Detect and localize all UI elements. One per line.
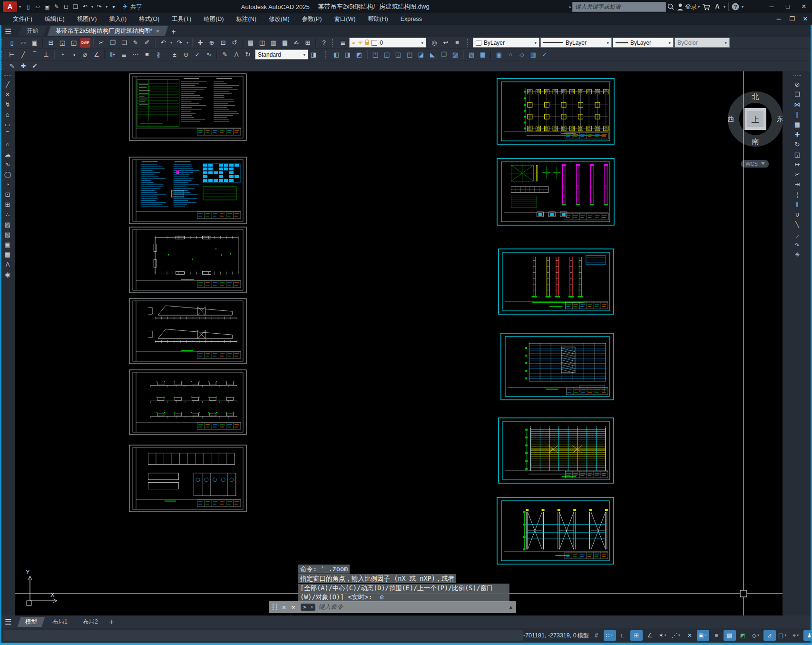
quickcalc-icon[interactable]: ⊞	[303, 38, 313, 48]
command-prompt-icon[interactable]: >_▾	[301, 604, 315, 611]
redo-dropdown-icon[interactable]: ▾	[186, 40, 189, 45]
save-as-icon[interactable]: ✎	[52, 2, 61, 11]
file-tabs-menu-icon[interactable]: ☰	[0, 27, 16, 36]
command-line[interactable]: ✕ ⚒ >_▾ 键入命令 ▲	[269, 601, 516, 613]
selection-cycling-toggle[interactable]: ◩	[737, 630, 749, 641]
plot-preview-icon[interactable]: ◲	[57, 38, 68, 48]
layout-tab-布局2[interactable]: 布局2	[75, 617, 106, 627]
cut-clip-icon[interactable]: ✂	[96, 38, 107, 48]
new-file-icon[interactable]: ▯	[24, 2, 32, 11]
plot-icon[interactable]: ⊟	[46, 38, 56, 48]
new-file-icon[interactable]: ▯	[7, 38, 17, 48]
ortho-mode-toggle[interactable]: ∠	[644, 630, 656, 641]
redo-icon[interactable]: ↷	[95, 2, 104, 11]
save-icon[interactable]: ▣	[43, 2, 51, 11]
qat-menu-icon[interactable]: ▾	[109, 2, 118, 11]
insert-block-icon[interactable]: ⊡	[2, 189, 13, 199]
dimension-style-manager-icon[interactable]: ◨	[308, 50, 319, 60]
break-icon[interactable]: ‖	[792, 199, 802, 209]
sheet-set-manager-icon[interactable]: ▦	[280, 38, 290, 48]
dim-diameter-icon[interactable]: ⌀	[80, 50, 90, 60]
command-close-icon[interactable]: ✕	[279, 604, 289, 611]
open-file-icon[interactable]: ▱	[18, 38, 29, 48]
dim-linear-icon[interactable]: ⊢	[7, 50, 17, 60]
autocad-logo-icon[interactable]: A	[3, 1, 17, 12]
delete-faces-icon[interactable]: ◳	[404, 50, 415, 60]
union-icon[interactable]: ◧	[331, 50, 342, 60]
3d-object-snap-toggle[interactable]: ◇▾	[750, 630, 763, 641]
rotate-icon[interactable]: ↻	[792, 139, 802, 149]
grid-display-toggle[interactable]: #	[590, 630, 603, 641]
intersect-icon[interactable]: ◩	[354, 50, 364, 60]
menu-文件F[interactable]: 文件(F)	[7, 13, 39, 25]
menu-视图V[interactable]: 视图(V)	[71, 13, 103, 25]
shell-icon[interactable]: ▥	[528, 50, 538, 60]
isometric-drafting-toggle[interactable]: ⋰▾	[670, 630, 683, 641]
add-to-working-set-icon[interactable]: ✚	[18, 61, 29, 71]
layout-tabs-menu-icon[interactable]: ☰	[0, 617, 16, 626]
apps-dropdown-icon[interactable]: ▾	[723, 5, 726, 9]
polar-tracking-toggle[interactable]: ✶▾	[657, 630, 669, 641]
export-dwf-icon[interactable]: DWF	[80, 38, 90, 48]
gizmo-toggle[interactable]: ⌖▾	[790, 630, 802, 641]
command-input[interactable]: 键入命令	[318, 603, 343, 611]
layer-unlock-icon[interactable]	[365, 42, 369, 45]
trim-icon[interactable]: ✂	[792, 169, 802, 179]
properties-palette-icon[interactable]: ▤	[245, 38, 256, 48]
ellipse-icon[interactable]: ◯	[2, 169, 13, 179]
dim-update-icon[interactable]: ↻	[243, 50, 253, 60]
object-snap-toggle[interactable]: ▣▾	[697, 630, 709, 641]
copy-edges-icon[interactable]: ▧	[466, 50, 477, 60]
signin-label[interactable]: 登录	[685, 3, 697, 11]
tab-start[interactable]: 开始	[19, 26, 47, 36]
line-icon[interactable]: ╱	[2, 79, 13, 89]
menu-帮助H[interactable]: 帮助(H)	[362, 13, 394, 25]
quick-dimension-icon[interactable]: ⊪	[108, 50, 118, 60]
help-icon[interactable]: ?	[730, 2, 741, 11]
help-icon[interactable]: ?	[319, 38, 329, 48]
multiline-text-icon[interactable]: A	[2, 259, 13, 269]
polyline-icon[interactable]: ↯	[2, 99, 13, 109]
viewcube[interactable]: 北南西东上	[727, 92, 783, 145]
stretch-icon[interactable]: ↦	[792, 159, 802, 169]
command-expand-icon[interactable]: ▲	[509, 604, 514, 610]
layer-combo-caret-icon[interactable]: ▾	[421, 40, 423, 45]
print-icon[interactable]: ❏	[71, 2, 80, 11]
command-wrench-icon[interactable]: ⚒	[289, 604, 298, 610]
check-icon[interactable]: ✓	[539, 50, 550, 60]
tab-document[interactable]: 某带吊车2x5t钢结构厂房建筑结构图* ✕	[48, 26, 168, 36]
array-icon[interactable]: ▦	[792, 119, 802, 129]
menu-编辑E[interactable]: 编辑(E)	[39, 13, 71, 25]
ellipse-arc-icon[interactable]: ◔	[2, 179, 13, 189]
layer-properties-manager-icon[interactable]: ≣	[338, 38, 348, 48]
blend-curves-icon[interactable]: ∿	[792, 239, 802, 249]
center-mark-icon[interactable]: ⊙	[181, 50, 191, 60]
tolerance-icon[interactable]: ±	[169, 50, 180, 60]
fillet-icon[interactable]: ◞	[792, 229, 802, 239]
menu-修改M[interactable]: 修改(M)	[263, 13, 296, 25]
dim-aligned-icon[interactable]: ╱	[18, 50, 29, 60]
redo-dropdown-icon[interactable]: ▾	[105, 5, 108, 9]
mirror-icon[interactable]: ⋈	[792, 99, 802, 109]
redo-icon[interactable]: ↷	[174, 38, 185, 48]
dim-radius-icon[interactable]: ◔	[57, 50, 68, 60]
doc-close-button[interactable]: ✕	[799, 14, 812, 24]
linetype-combo[interactable]: ByLayer▾	[540, 38, 612, 48]
extrude-faces-icon[interactable]: ◰	[370, 50, 381, 60]
undo-dropdown-icon[interactable]: ▾	[169, 40, 173, 45]
dim-angular-icon[interactable]: ∠	[91, 50, 102, 60]
search-expand-icon[interactable]: ▸	[568, 5, 572, 9]
save-reference-edits-icon[interactable]: ✔	[29, 61, 40, 71]
copy-clip-icon[interactable]: ❐	[108, 38, 118, 48]
plot-icon[interactable]: ⊟	[62, 2, 70, 11]
revision-cloud-icon[interactable]: ☁	[2, 149, 13, 159]
dim-edit-icon[interactable]: ✎	[220, 50, 230, 60]
hatch-icon[interactable]: ▨	[2, 219, 13, 229]
dim-spacing-icon[interactable]: ≡	[142, 50, 152, 60]
wcs-dropdown[interactable]: WCS	[741, 160, 769, 168]
circle-icon[interactable]: ○	[2, 139, 13, 149]
scale-icon[interactable]: ◱	[792, 149, 802, 159]
markup-set-manager-icon[interactable]: ✍	[291, 38, 302, 48]
dynamic-input-toggle[interactable]: ⊞	[630, 630, 643, 641]
color-combo[interactable]: ByLayer▾	[473, 38, 539, 48]
